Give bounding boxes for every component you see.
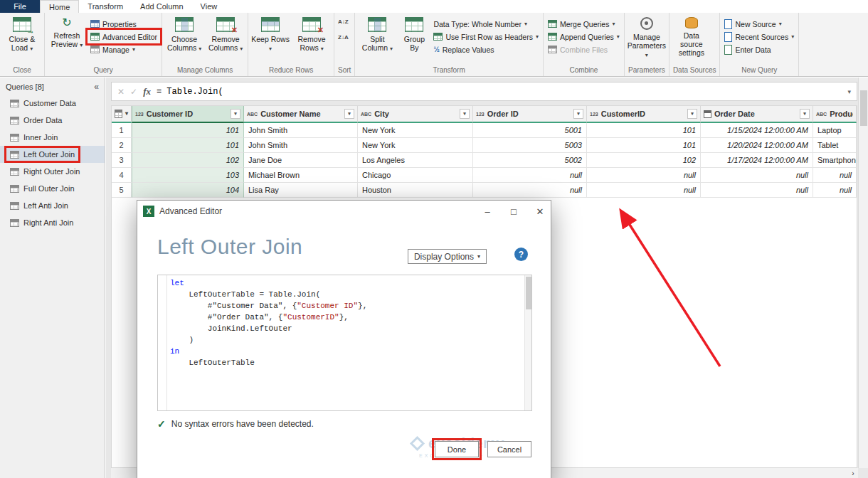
replace-values-button[interactable]: ½ Replace Values <box>431 43 541 55</box>
sidebar-item-customer-data[interactable]: Customer Data <box>0 95 105 112</box>
cell[interactable]: Michael Brown <box>244 168 358 183</box>
filter-button[interactable]: ▾ <box>231 109 240 119</box>
scrollbar-thumb[interactable] <box>526 277 531 309</box>
cell[interactable]: Jane Doe <box>244 153 358 168</box>
done-button[interactable]: Done <box>435 441 479 457</box>
cell[interactable]: null <box>473 183 587 198</box>
remove-columns-button[interactable]: Remove Columns ▾ <box>206 14 245 58</box>
sort-descending-button[interactable]: Z↓A <box>337 30 350 44</box>
cell[interactable]: 101 <box>587 138 701 153</box>
cell[interactable]: 101 <box>587 123 701 138</box>
column-header-customer-id[interactable]: 123 Customer ID ▾ <box>132 106 244 123</box>
cell[interactable]: 101 <box>132 138 244 153</box>
manage-parameters-button[interactable]: Manage Parameters ▾ <box>627 14 667 58</box>
cell[interactable]: Smartphone <box>813 153 857 168</box>
cancel-button[interactable]: Cancel <box>487 441 531 457</box>
data-type-button[interactable]: Data Type: Whole Number ▾ <box>431 18 541 30</box>
cell[interactable]: 5003 <box>473 138 587 153</box>
column-header-order-date[interactable]: Order Date ▾ <box>701 106 813 123</box>
cell[interactable]: John Smith <box>244 138 358 153</box>
cell[interactable]: 101 <box>132 123 244 138</box>
filter-button[interactable]: ▾ <box>460 109 470 119</box>
cell[interactable]: Chicago <box>358 168 473 183</box>
tab-file[interactable]: File <box>0 0 40 13</box>
sidebar-item-inner-join[interactable]: Inner Join <box>0 129 105 146</box>
cell[interactable]: 102 <box>587 153 701 168</box>
collapse-pane-icon[interactable]: « <box>94 82 99 92</box>
cell[interactable]: New York <box>358 138 473 153</box>
sidebar-item-full-outer-join[interactable]: Full Outer Join <box>0 180 105 197</box>
filter-button[interactable]: ▾ <box>344 109 354 119</box>
m-code-editor[interactable]: let LeftOuterTable = Table.Join( #"Custo… <box>157 275 532 411</box>
cell[interactable]: 1/15/2024 12:00:00 AM <box>701 123 813 138</box>
manage-button[interactable]: Manage ▾ <box>88 43 159 55</box>
formula-input[interactable]: = Table.Join( <box>157 87 842 97</box>
filter-button[interactable]: ▾ <box>800 109 810 119</box>
cell[interactable]: John Smith <box>244 123 358 138</box>
formula-check-icon[interactable]: ✓ <box>130 87 137 97</box>
refresh-preview-button[interactable]: ↻ Refresh Preview ▾ <box>47 14 87 58</box>
append-queries-button[interactable]: Append Queries ▾ <box>546 31 622 43</box>
cell[interactable]: Houston <box>358 183 473 198</box>
cell[interactable]: null <box>587 168 701 183</box>
sidebar-item-right-outer-join[interactable]: Right Outer Join <box>0 163 105 180</box>
cell[interactable]: Laptop <box>813 123 857 138</box>
cell[interactable]: 5001 <box>473 123 587 138</box>
cell[interactable]: null <box>701 168 813 183</box>
cell[interactable]: 5002 <box>473 153 587 168</box>
combine-files-button[interactable]: Combine Files <box>546 43 622 55</box>
filter-button[interactable]: ▾ <box>573 109 583 119</box>
split-column-button[interactable]: Split Column ▾ <box>357 14 397 58</box>
remove-rows-button[interactable]: Remove Rows ▾ <box>292 14 332 58</box>
sidebar-item-order-data[interactable]: Order Data <box>0 112 105 129</box>
close-icon[interactable]: ✕ <box>529 201 551 221</box>
advanced-editor-button[interactable]: Advanced Editor <box>88 31 159 43</box>
table-row[interactable]: 3 102 Jane Doe Los Angeles 5002 102 1/17… <box>112 153 857 168</box>
recent-sources-button[interactable]: Recent Sources ▾ <box>722 31 796 43</box>
new-source-button[interactable]: New Source ▾ <box>722 18 796 30</box>
data-source-settings-button[interactable]: Data source settings <box>672 14 711 58</box>
cell[interactable]: Lisa Ray <box>244 183 358 198</box>
tab-view[interactable]: View <box>192 0 226 13</box>
cell[interactable]: 104 <box>132 183 244 198</box>
formula-cancel-icon[interactable]: ✕ <box>117 87 125 97</box>
cell[interactable]: Tablet <box>813 138 857 153</box>
table-row[interactable]: 1 101 John Smith New York 5001 101 1/15/… <box>112 123 857 138</box>
close-and-load-button[interactable]: Close & Load ▾ <box>2 14 42 58</box>
scrollbar-thumb[interactable] <box>860 90 867 126</box>
use-first-row-as-headers-button[interactable]: Use First Row as Headers ▾ <box>431 31 541 43</box>
choose-columns-button[interactable]: Choose Columns ▾ <box>164 14 204 58</box>
dialog-titlebar[interactable]: X Advanced Editor – □ ✕ <box>137 201 551 222</box>
tab-transform[interactable]: Transform <box>79 0 132 13</box>
cell[interactable]: Los Angeles <box>358 153 473 168</box>
formula-bar[interactable]: ✕ ✓ fx = Table.Join( ▾ <box>111 82 857 101</box>
cell[interactable]: 103 <box>132 168 244 183</box>
code-area[interactable]: let LeftOuterTable = Table.Join( #"Custo… <box>167 275 524 410</box>
cell[interactable]: null <box>813 183 857 198</box>
table-row[interactable]: 4 103 Michael Brown Chicago null null nu… <box>112 168 857 183</box>
cell[interactable]: null <box>813 168 857 183</box>
column-header-order-id[interactable]: 123 Order ID ▾ <box>473 106 587 123</box>
scroll-right-icon[interactable]: › <box>848 469 858 477</box>
sidebar-item-left-outer-join[interactable]: Left Outer Join <box>0 146 105 163</box>
tab-home[interactable]: Home <box>40 0 79 13</box>
column-header-customerid[interactable]: 123 CustomerID ▾ <box>587 106 701 123</box>
maximize-icon[interactable]: □ <box>503 201 524 221</box>
table-row[interactable]: 5 104 Lisa Ray Houston null null null nu… <box>112 183 857 198</box>
filter-button[interactable]: ▾ <box>687 109 697 119</box>
enter-data-button[interactable]: Enter Data <box>722 43 796 55</box>
table-row[interactable]: 2 101 John Smith New York 5003 101 1/20/… <box>112 138 857 153</box>
sort-ascending-button[interactable]: A↓Z <box>337 14 350 28</box>
cell[interactable]: null <box>701 183 813 198</box>
column-header-customer-name[interactable]: ABC Customer Name ▾ <box>244 106 358 123</box>
cell[interactable]: null <box>587 183 701 198</box>
merge-queries-button[interactable]: Merge Queries ▾ <box>546 18 622 30</box>
help-icon[interactable]: ? <box>514 248 528 261</box>
code-scrollbar[interactable] <box>524 275 531 410</box>
properties-button[interactable]: Properties <box>88 18 159 30</box>
cell[interactable]: 1/20/2024 12:00:00 AM <box>701 138 813 153</box>
tab-add-column[interactable]: Add Column <box>132 0 192 13</box>
formula-expand-caret-icon[interactable]: ▾ <box>847 88 851 95</box>
cell[interactable]: 1/17/2024 12:00:00 AM <box>701 153 813 168</box>
column-header-product[interactable]: ABC Product <box>813 106 857 123</box>
